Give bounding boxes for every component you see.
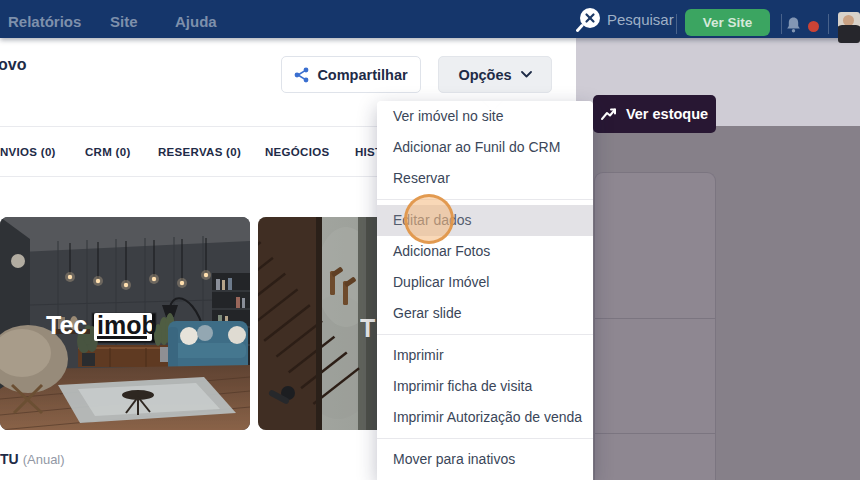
- options-dropdown-menu: Ver imóvel no site Adicionar ao Funil do…: [377, 101, 593, 480]
- menu-item-imprimir-ficha-de-visita[interactable]: Imprimir ficha de visita: [377, 371, 593, 402]
- menu-item-duplicar-imovel[interactable]: Duplicar Imóvel: [377, 267, 593, 298]
- user-avatar[interactable]: [838, 12, 860, 43]
- nav-divider: [781, 14, 782, 34]
- click-indicator: [404, 194, 454, 244]
- notification-dot: [808, 21, 819, 32]
- menu-separator: [377, 438, 593, 439]
- price-label-period: (Anual): [23, 452, 65, 467]
- menu-item-imprimir-autorizacao-de-venda[interactable]: Imprimir Autorização de venda: [377, 402, 593, 433]
- share-button[interactable]: Compartilhar: [281, 56, 421, 93]
- menu-section-view: Ver imóvel no site Adicionar ao Funil do…: [377, 101, 593, 194]
- menu-item-adicionar-fotos[interactable]: Adicionar Fotos: [377, 236, 593, 267]
- search-clear-icon: [576, 6, 603, 33]
- ver-estoque-label: Ver estoque: [626, 106, 708, 122]
- menu-separator: [377, 199, 593, 200]
- bell-icon: [784, 15, 803, 35]
- menu-item-mover-para-inativos[interactable]: Mover para inativos: [377, 444, 593, 475]
- search-label: Pesquisar: [607, 11, 674, 28]
- menu-item-gerar-slide[interactable]: Gerar slide: [377, 298, 593, 329]
- options-button-label: Opções: [458, 67, 511, 83]
- dimmed-side-panel: [594, 172, 716, 480]
- living-room-scene: Tec imob: [0, 217, 250, 430]
- nav-divider: [828, 14, 829, 34]
- menu-item-reservar[interactable]: Reservar: [377, 163, 593, 194]
- menu-item-adicionar-ao-funil-crm[interactable]: Adicionar ao Funil do CRM: [377, 132, 593, 163]
- ver-site-button[interactable]: Ver Site: [685, 9, 770, 36]
- svg-text:imob: imob: [97, 311, 157, 339]
- tecimob-watermark: Tec imob: [46, 311, 157, 341]
- options-button[interactable]: Opções: [438, 56, 552, 93]
- menu-item-imprimir[interactable]: Imprimir: [377, 340, 593, 371]
- chevron-down-icon: [521, 71, 532, 78]
- nav-item-site[interactable]: Site: [110, 13, 138, 30]
- screen: Ver estoque ovo Compartilhar Opções NVIO…: [0, 0, 860, 480]
- avatar-body: [838, 25, 860, 43]
- property-photo-living-room[interactable]: Tec imob: [0, 217, 250, 430]
- nav-item-ajuda[interactable]: Ajuda: [175, 13, 217, 30]
- price-label-prefix: TU: [0, 451, 19, 467]
- ver-estoque-button[interactable]: Ver estoque: [593, 95, 716, 133]
- menu-item-ver-imovel-no-site[interactable]: Ver imóvel no site: [377, 101, 593, 132]
- share-icon: [294, 67, 309, 83]
- svg-text:Tec: Tec: [46, 311, 87, 339]
- tab-reservas[interactable]: RESERVAS (0): [158, 127, 241, 178]
- tab-crm[interactable]: CRM (0): [85, 127, 131, 178]
- nav-divider: [676, 14, 677, 34]
- trending-up-icon: [601, 108, 618, 121]
- panel-divider: [595, 318, 715, 319]
- top-navbar: Relatórios Site Ajuda Pesquisar Ver Site: [0, 0, 860, 38]
- menu-section-archive: Mover para inativos: [377, 444, 593, 475]
- price-label: TU(Anual): [0, 450, 65, 468]
- tab-negocios[interactable]: NEGÓCIOS: [265, 127, 329, 178]
- nav-item-relatorios[interactable]: Relatórios: [8, 13, 81, 30]
- panel-divider: [595, 433, 715, 434]
- menu-separator: [377, 334, 593, 335]
- tab-envios[interactable]: NVIOS (0): [0, 127, 56, 178]
- share-button-label: Compartilhar: [317, 67, 407, 83]
- notifications-button[interactable]: [784, 15, 820, 35]
- page-title: ovo: [0, 56, 26, 74]
- menu-section-print: Imprimir Imprimir ficha de visita Imprim…: [377, 340, 593, 433]
- svg-text:T: T: [360, 314, 375, 342]
- search-button[interactable]: Pesquisar: [576, 6, 674, 33]
